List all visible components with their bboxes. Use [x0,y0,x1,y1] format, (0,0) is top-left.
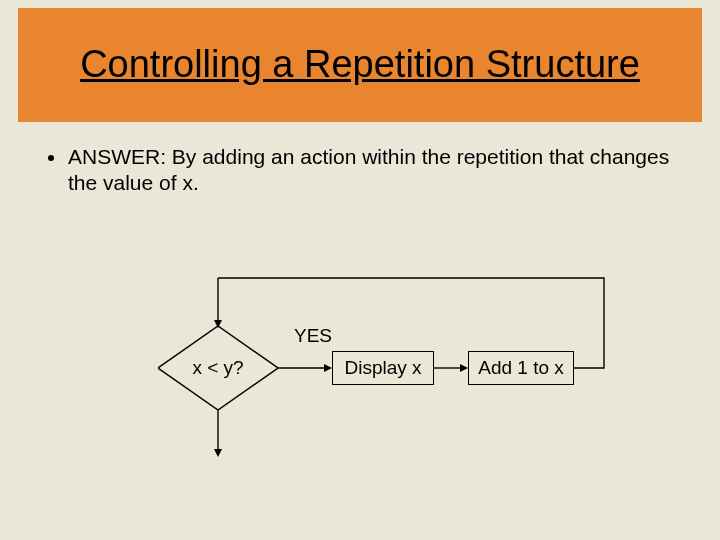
decision-label: x < y? [158,326,278,410]
decision-diamond: x < y? [158,326,278,410]
bullet-item: ANSWER: By adding an action within the r… [48,144,670,197]
process-display-x: Display x [332,351,434,385]
svg-marker-7 [460,364,468,372]
svg-marker-8 [158,326,278,410]
slide-title: Controlling a Repetition Structure [80,43,640,87]
process-add-1-to-x: Add 1 to x [468,351,574,385]
svg-marker-1 [214,320,222,328]
svg-marker-5 [324,364,332,372]
slide-title-bar: Controlling a Repetition Structure [18,8,702,122]
yes-branch-label: YES [294,325,332,347]
bullet-text: ANSWER: By adding an action within the r… [68,144,670,197]
bullet-dot-icon [48,155,54,161]
svg-marker-3 [214,449,222,457]
